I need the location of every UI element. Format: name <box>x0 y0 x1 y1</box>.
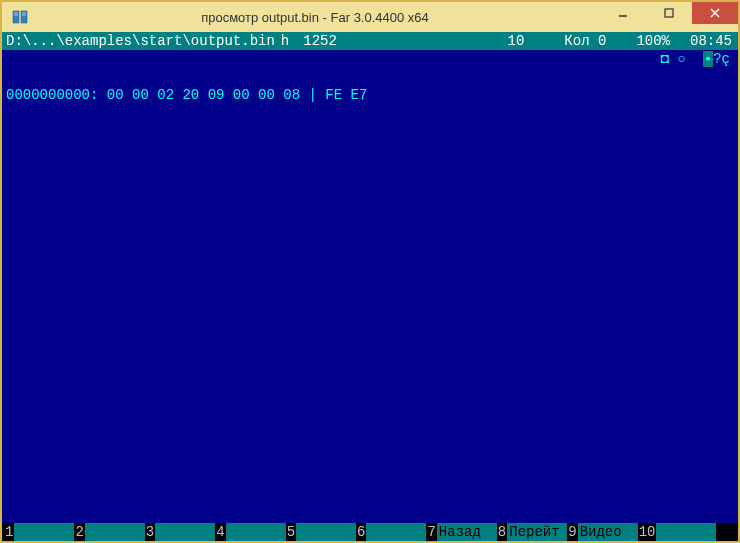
window-controls <box>600 2 738 32</box>
key-f2[interactable]: 2 <box>74 523 144 541</box>
maximize-button[interactable] <box>646 2 692 24</box>
hex-ascii: ◘ ○ ▪?ç <box>661 50 730 68</box>
hex-bytes-right: FE E7 <box>325 86 367 104</box>
key-f10[interactable]: 10 <box>638 523 717 541</box>
key-f4[interactable]: 4 <box>215 523 285 541</box>
status-time: 08:45 <box>690 32 732 50</box>
status-bar: D:\...\examples\start\output.bin h 1252 … <box>2 32 738 50</box>
window-title: просмотр output.bin - Far 3.0.4400 x64 <box>30 10 600 25</box>
status-size: 10 <box>508 32 525 50</box>
app-icon <box>10 7 30 27</box>
close-icon <box>710 8 720 18</box>
close-button[interactable] <box>692 2 738 24</box>
title-bar[interactable]: просмотр output.bin - Far 3.0.4400 x64 <box>2 2 738 32</box>
svg-rect-7 <box>665 9 673 17</box>
minimize-icon <box>618 8 628 18</box>
key-f8[interactable]: 8Перейт <box>497 523 567 541</box>
function-key-bar: 1 2 3 4 5 6 7Назад 8Перейт 9Видео 10 <box>2 523 738 541</box>
maximize-icon <box>664 8 674 18</box>
hex-viewer-content[interactable]: 0000000000: 00 00 02 20 09 00 00 08 | FE… <box>2 50 738 523</box>
key-f7[interactable]: 7Назад <box>426 523 496 541</box>
hex-separator: | <box>308 86 316 104</box>
status-mode: h <box>281 32 289 50</box>
hex-row: 0000000000: 00 00 02 20 09 00 00 08 | FE… <box>6 86 734 104</box>
key-f9[interactable]: 9Видео <box>567 523 637 541</box>
status-percent: 100% <box>636 32 670 50</box>
status-path: D:\...\examples\start\output.bin <box>6 32 275 50</box>
key-f5[interactable]: 5 <box>286 523 356 541</box>
key-f3[interactable]: 3 <box>145 523 215 541</box>
hex-bytes-left: 00 00 02 20 09 00 00 08 <box>107 86 300 104</box>
key-f6[interactable]: 6 <box>356 523 426 541</box>
status-col: Кол 0 <box>564 32 606 50</box>
hex-offset: 0000000000: <box>6 86 98 104</box>
status-codepage: 1252 <box>303 32 337 50</box>
minimize-button[interactable] <box>600 2 646 24</box>
app-window: просмотр output.bin - Far 3.0.4400 x64 D… <box>0 0 740 543</box>
key-f1[interactable]: 1 <box>4 523 74 541</box>
